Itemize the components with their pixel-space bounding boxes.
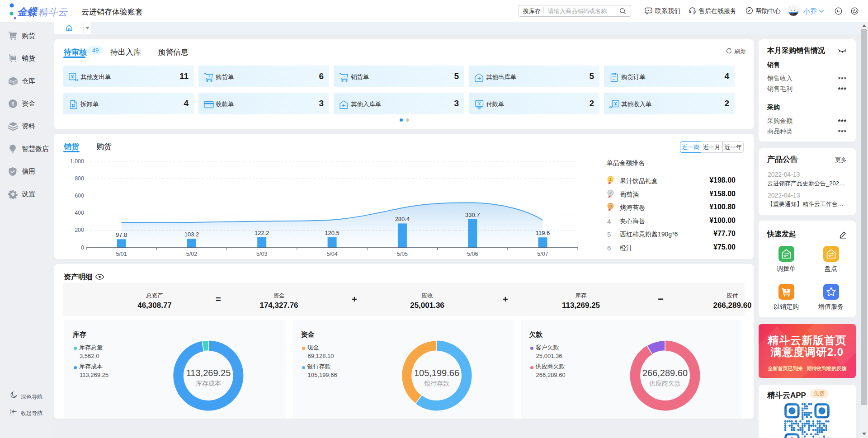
svg-text:105,199.66: 105,199.66: [414, 368, 459, 378]
svg-text:5/01: 5/01: [116, 251, 127, 257]
svg-text:5/03: 5/03: [256, 251, 267, 257]
svg-text:330.7: 330.7: [465, 212, 480, 218]
svg-text:银行存款: 银行存款: [424, 380, 449, 387]
svg-text:3: 3: [609, 204, 612, 208]
svg-text:5/02: 5/02: [186, 251, 197, 257]
svg-text:113,269.25: 113,269.25: [186, 368, 231, 378]
svg-text:122.2: 122.2: [255, 230, 269, 236]
svg-text:600: 600: [75, 193, 84, 199]
svg-text:5/07: 5/07: [537, 251, 548, 257]
svg-text:280.4: 280.4: [395, 216, 410, 222]
svg-text:119.6: 119.6: [536, 230, 550, 236]
svg-text:¥: ¥: [11, 101, 14, 107]
svg-text:800: 800: [75, 175, 84, 182]
svg-text:103.2: 103.2: [184, 231, 199, 238]
svg-text:2: 2: [609, 191, 612, 195]
svg-text:400: 400: [75, 210, 84, 216]
svg-text:库存成本: 库存成本: [196, 380, 221, 387]
svg-text:5/04: 5/04: [326, 251, 337, 257]
svg-text:1: 1: [609, 177, 612, 182]
svg-text:120.5: 120.5: [325, 230, 340, 236]
svg-text:266,289.60: 266,289.60: [642, 368, 688, 378]
svg-text:5/05: 5/05: [397, 251, 408, 257]
svg-text:供应商欠款: 供应商欠款: [649, 380, 681, 387]
svg-text:0: 0: [81, 245, 84, 251]
svg-text:97.8: 97.8: [116, 231, 127, 238]
svg-text:5/06: 5/06: [467, 251, 478, 257]
svg-text:1,000: 1,000: [70, 158, 84, 165]
svg-text:200: 200: [75, 227, 84, 233]
